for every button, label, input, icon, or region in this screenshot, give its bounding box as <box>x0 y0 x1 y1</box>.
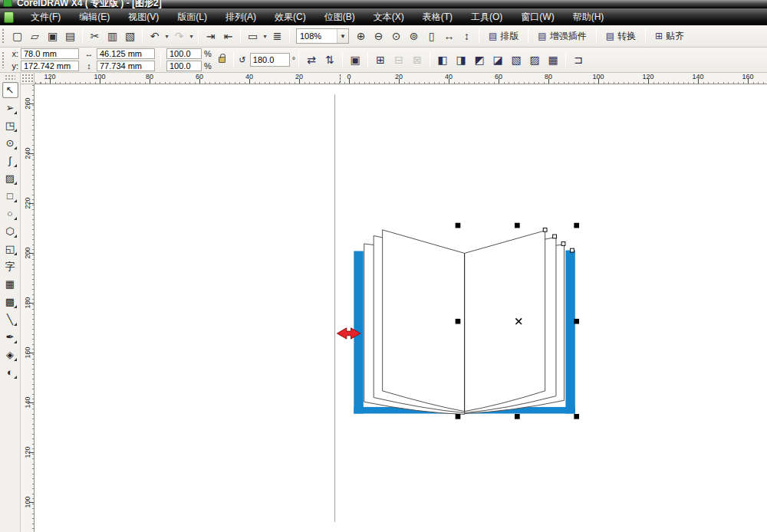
text-tool[interactable]: 字 <box>2 258 18 274</box>
shape-tool[interactable]: ➢ <box>2 100 18 116</box>
combine-button[interactable]: ▣ <box>346 51 364 69</box>
menu-item-layout[interactable]: 版面(L) <box>168 9 216 25</box>
fill-tool[interactable]: ◈ <box>2 346 18 363</box>
rectangle-tool[interactable]: □ <box>2 188 18 204</box>
polygon-tool[interactable]: ⬡ <box>2 223 18 239</box>
lock-ratio-icon[interactable] <box>219 57 225 63</box>
convert-to-curves-button[interactable]: ⊐ <box>569 51 588 69</box>
zoom-in-button[interactable]: ⊕ <box>352 28 370 44</box>
smart-fill-tool[interactable]: ▨ <box>2 170 18 186</box>
export-button[interactable]: ⇤ <box>219 28 237 44</box>
handle-top-right[interactable] <box>574 223 579 228</box>
freehand-tool[interactable]: ∫ <box>2 153 18 169</box>
ruler-origin-corner[interactable] <box>21 73 35 84</box>
undo-button[interactable]: ↶ <box>146 28 163 44</box>
menu-item-file[interactable]: 文件(F) <box>21 9 70 25</box>
menu-item-bitmaps[interactable]: 位图(B) <box>315 9 364 25</box>
object-height-field[interactable] <box>97 61 155 71</box>
print-button[interactable]: ▤ <box>61 28 79 44</box>
drawing-canvas[interactable] <box>35 84 767 532</box>
property-bar-grip[interactable] <box>2 51 5 68</box>
zoom-to-all-objects-button[interactable]: ⊚ <box>405 28 423 44</box>
scale-x-field[interactable] <box>166 48 202 59</box>
back-minus-front-button[interactable]: ▨ <box>525 51 544 69</box>
typesetting-button[interactable]: ▤排版 <box>482 28 525 45</box>
object-width-field[interactable] <box>97 48 155 59</box>
menu-item-help[interactable]: 帮助(H) <box>564 9 614 25</box>
snap-button[interactable]: ⊞贴齐 <box>649 28 690 45</box>
vertical-ruler[interactable]: 260240220200180160140120100 <box>21 84 35 532</box>
vruler-tick <box>29 353 34 353</box>
chevron-down-icon[interactable]: ▾ <box>262 33 268 40</box>
menu-item-arrange[interactable]: 排列(A) <box>216 9 265 25</box>
enhancement-plugins-button[interactable]: ▤增强插件 <box>532 28 592 45</box>
scale-y-field[interactable] <box>166 61 202 71</box>
chevron-down-icon[interactable]: ▼ <box>337 29 348 43</box>
x-position-field[interactable] <box>21 48 79 59</box>
new-document-button[interactable]: ▢ <box>8 28 26 44</box>
convert-button[interactable]: ▤转换 <box>600 28 642 45</box>
handle-bottom-right[interactable] <box>574 414 579 419</box>
open-button[interactable]: ▱ <box>26 28 44 44</box>
options-button[interactable]: ≣ <box>268 28 286 44</box>
table-tool[interactable]: ▦ <box>2 276 18 292</box>
separator <box>142 28 143 44</box>
handle-bottom-middle[interactable] <box>515 414 520 419</box>
interactive-blend-tool[interactable]: ▩ <box>2 294 18 310</box>
basic-shapes-tool[interactable]: ◱ <box>2 241 18 257</box>
handle-middle-left[interactable] <box>456 319 461 324</box>
chevron-down-icon[interactable]: ▾ <box>163 33 170 40</box>
book-drawing[interactable] <box>354 230 574 415</box>
save-button[interactable]: ▣ <box>44 28 61 44</box>
cut-button[interactable]: ✂ <box>86 28 104 44</box>
handle-bottom-left[interactable] <box>456 414 461 419</box>
menu-item-table[interactable]: 表格(T) <box>413 9 462 25</box>
menu-item-tools[interactable]: 工具(O) <box>462 9 512 25</box>
y-position-field[interactable] <box>21 61 79 71</box>
import-button[interactable]: ⇥ <box>202 28 219 44</box>
handle-top-middle[interactable] <box>515 223 520 228</box>
application-launcher-button[interactable]: ▭ <box>244 28 262 44</box>
horizontal-ruler[interactable]: 12010080604020020406080100120140160 <box>35 73 767 84</box>
toolbox-grip[interactable] <box>5 74 15 80</box>
vruler-tick <box>29 203 34 204</box>
intersect-button[interactable]: ◩ <box>470 51 489 69</box>
handle-top-left[interactable] <box>456 223 461 228</box>
trim-button[interactable]: ◨ <box>452 51 470 69</box>
outline-pen-tool[interactable]: ✒ <box>2 329 18 345</box>
copy-button[interactable]: ▥ <box>104 28 121 44</box>
menu-item-view[interactable]: 视图(V) <box>119 9 168 25</box>
eyedropper-tool[interactable]: ╲ <box>2 311 18 327</box>
zoom-level-input[interactable] <box>297 29 337 43</box>
separator <box>289 28 290 44</box>
crop-tool[interactable]: ◳ <box>2 117 18 133</box>
create-boundary-button[interactable]: ▦ <box>544 51 562 69</box>
pick-tool[interactable]: ↖ <box>2 82 18 98</box>
menu-item-window[interactable]: 窗口(W) <box>512 9 563 25</box>
handle-middle-right[interactable] <box>574 319 579 324</box>
zoom-to-selection-button[interactable]: ⊙ <box>387 28 405 44</box>
zoom-to-page-button[interactable]: ▯ <box>423 28 440 44</box>
zoom-tool[interactable]: ⊙ <box>2 135 18 151</box>
zoom-level-combo[interactable]: ▼ <box>296 28 349 44</box>
front-minus-back-button[interactable]: ▧ <box>507 51 525 69</box>
ellipse-tool[interactable]: ○ <box>2 205 18 222</box>
mirror-horizontal-button[interactable]: ⇄ <box>302 51 321 69</box>
toolbar-grip[interactable] <box>2 28 5 44</box>
simplify-button[interactable]: ◪ <box>489 51 507 69</box>
zoom-to-page-width-button[interactable]: ↔ <box>440 28 458 44</box>
separator <box>645 28 646 44</box>
weld-button[interactable]: ◧ <box>433 51 452 69</box>
hruler-tick <box>648 79 649 84</box>
mirror-vertical-button[interactable]: ⇅ <box>321 51 339 69</box>
menu-item-text[interactable]: 文本(X) <box>364 9 413 25</box>
group-button[interactable]: ⊞ <box>371 51 390 69</box>
zoom-to-page-height-button[interactable]: ↕ <box>458 28 476 44</box>
zoom-out-button[interactable]: ⊖ <box>370 28 387 44</box>
rotation-angle-field[interactable] <box>250 53 290 67</box>
menu-item-effects[interactable]: 效果(C) <box>265 9 315 25</box>
interactive-fill-tool[interactable]: ◐ <box>2 364 18 380</box>
separator <box>233 52 234 67</box>
paste-button[interactable]: ▧ <box>121 28 139 44</box>
menu-item-edit[interactable]: 编辑(E) <box>70 9 119 25</box>
